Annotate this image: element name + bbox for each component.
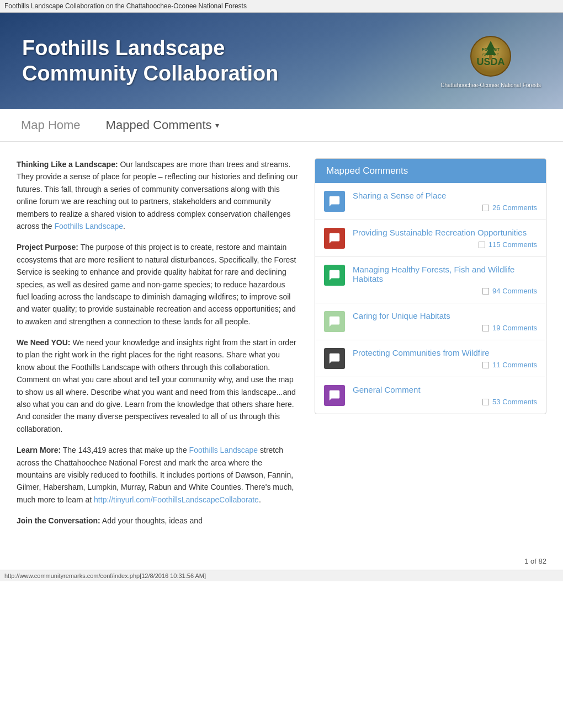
- comment-details-4: Protecting Communities from Wildfire 11 …: [353, 348, 537, 369]
- count-checkbox-5: [482, 399, 489, 405]
- comment-item: Sharing a Sense of Place 26 Comments: [315, 183, 546, 220]
- comment-title-4[interactable]: Protecting Communities from Wildfire: [353, 348, 490, 357]
- chevron-down-icon: ▾: [215, 121, 219, 130]
- comment-title-0[interactable]: Sharing a Sense of Place: [353, 191, 446, 200]
- comment-icon-0: [324, 191, 345, 212]
- count-checkbox-2: [482, 288, 489, 295]
- usda-shield-icon: FOREST SERVICE USDA: [469, 34, 513, 78]
- comment-item: Protecting Communities from Wildfire 11 …: [315, 340, 546, 377]
- comment-icon-1: [324, 228, 345, 249]
- comment-count-3: 19 Comments: [353, 324, 537, 332]
- chat-icon-4: [328, 352, 341, 365]
- comment-details-1: Providing Sustainable Recreation Opportu…: [353, 228, 537, 249]
- comment-item: Providing Sustainable Recreation Opportu…: [315, 220, 546, 257]
- comment-count-5: 53 Comments: [353, 398, 537, 406]
- comment-details-0: Sharing a Sense of Place 26 Comments: [353, 191, 537, 212]
- section-purpose: Project Purpose: The purpose of this pro…: [17, 241, 298, 328]
- browser-title-bar: Foothills Landscape Collaboration on the…: [0, 0, 563, 13]
- mapped-comments-panel: Mapped Comments Sharing a Sense of Place…: [315, 158, 546, 414]
- footer-url: http://www.communityremarks.com/conf/ind…: [4, 572, 206, 579]
- count-label-5: 53 Comments: [492, 398, 537, 406]
- header-logo-subtitle: Chattahoochee-Oconee National Forests: [440, 82, 541, 88]
- site-nav: Map Home Mapped Comments ▾: [0, 109, 563, 142]
- chat-icon-5: [328, 389, 341, 402]
- browser-footer: http://www.communityremarks.com/conf/ind…: [0, 570, 563, 581]
- count-checkbox-0: [482, 205, 489, 211]
- panel-header: Mapped Comments: [315, 159, 546, 183]
- count-label-0: 26 Comments: [492, 204, 537, 212]
- nav-map-home[interactable]: Map Home: [17, 109, 85, 141]
- chat-icon-0: [328, 195, 341, 207]
- comment-details-3: Caring for Unique Habitats 19 Comments: [353, 311, 537, 332]
- chat-icon-2: [328, 269, 341, 281]
- comment-icon-4: [324, 348, 345, 369]
- site-header: Foothills Landscape Community Collaborat…: [0, 13, 563, 109]
- page-number: 1 of 82: [524, 557, 546, 565]
- comment-details-5: General Comment 53 Comments: [353, 385, 537, 406]
- main-content: Thinking Like a Landscape: Our landscape…: [0, 142, 563, 553]
- comment-count-2: 94 Comments: [353, 287, 537, 295]
- count-checkbox-1: [479, 242, 485, 248]
- comment-item: Caring for Unique Habitats 19 Comments: [315, 303, 546, 340]
- section-join-conversation: Join the Conversation: Add your thoughts…: [17, 515, 298, 527]
- nav-mapped-comments[interactable]: Mapped Comments ▾: [102, 109, 224, 141]
- page-title: Foothills Landscape Collaboration on the…: [4, 2, 247, 10]
- count-label-4: 11 Comments: [492, 361, 537, 369]
- section-we-need-you: We Need YOU: We need your knowledge and …: [17, 336, 298, 435]
- comment-count-0: 26 Comments: [353, 204, 537, 212]
- header-logo: FOREST SERVICE USDA Chattahoochee-Oconee…: [440, 34, 541, 88]
- comment-count-1: 115 Comments: [353, 240, 537, 249]
- comment-icon-3: [324, 311, 345, 332]
- tinyurl-link[interactable]: http://tinyurl.com/FoothillsLandscapeCol…: [94, 495, 259, 504]
- chat-icon-3: [328, 315, 341, 328]
- comment-item: General Comment 53 Comments: [315, 377, 546, 414]
- comment-title-3[interactable]: Caring for Unique Habitats: [353, 311, 450, 320]
- comment-icon-5: [324, 385, 345, 406]
- comment-details-2: Managing Healthy Forests, Fish and Wildl…: [353, 265, 537, 295]
- foothills-landscape-link-2[interactable]: Foothills Landscape: [189, 446, 258, 454]
- comment-icon-2: [324, 265, 345, 286]
- section-learn-more: Learn More: The 143,419 acres that make …: [17, 444, 298, 506]
- svg-rect-6: [489, 55, 492, 60]
- section-thinking: Thinking Like a Landscape: Our landscape…: [17, 158, 298, 232]
- left-column: Thinking Like a Landscape: Our landscape…: [17, 158, 298, 536]
- page-wrapper: Foothills Landscape Community Collaborat…: [0, 13, 563, 570]
- foothills-landscape-link-1[interactable]: Foothills Landscape: [54, 222, 123, 231]
- count-checkbox-3: [482, 325, 489, 331]
- header-title: Foothills Landscape Community Collaborat…: [22, 36, 278, 86]
- site-title: Foothills Landscape Community Collaborat…: [22, 36, 278, 86]
- count-label-3: 19 Comments: [492, 324, 537, 332]
- comment-title-1[interactable]: Providing Sustainable Recreation Opportu…: [353, 228, 527, 237]
- comment-title-5[interactable]: General Comment: [353, 385, 421, 394]
- count-label-1: 115 Comments: [488, 240, 537, 249]
- comment-items-container: Sharing a Sense of Place 26 Comments Pro…: [315, 183, 546, 414]
- chat-icon-1: [328, 232, 341, 244]
- count-checkbox-4: [482, 362, 489, 368]
- comment-item: Managing Healthy Forests, Fish and Wildl…: [315, 257, 546, 303]
- comment-count-4: 11 Comments: [353, 361, 537, 369]
- count-label-2: 94 Comments: [492, 287, 537, 295]
- comment-title-2[interactable]: Managing Healthy Forests, Fish and Wildl…: [353, 265, 514, 283]
- page-number-area: 1 of 82: [0, 553, 563, 570]
- right-column: Mapped Comments Sharing a Sense of Place…: [315, 158, 546, 536]
